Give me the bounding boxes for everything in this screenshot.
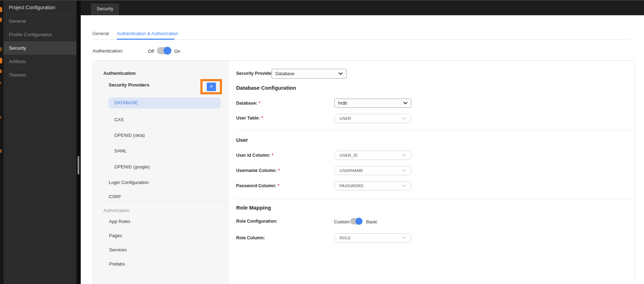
role-column-value: ROLE: [340, 236, 402, 240]
nav-divider: [98, 201, 229, 202]
role-configuration-label: Role Configuration:: [236, 219, 278, 224]
partial-icon: [0, 18, 2, 22]
role-column-select[interactable]: ROLE: [334, 233, 411, 243]
project-configuration-sidebar: Project Configuration General Profile Co…: [4, 0, 76, 284]
chevron-down-icon: [403, 101, 408, 106]
required-asterisk: *: [272, 153, 274, 158]
role-toggle-custom-label: Custom: [334, 219, 350, 224]
partial-icon: [0, 116, 1, 119]
partial-icon: [0, 69, 2, 73]
toggle-on-label: On: [174, 49, 180, 54]
nav-provider-saml[interactable]: SAML: [108, 146, 221, 157]
sidebar-scrollbar-thumb[interactable]: [78, 156, 79, 174]
security-provider-select[interactable]: Database: [272, 69, 347, 79]
role-configuration-toggle[interactable]: [350, 218, 362, 224]
user-id-label-text: User Id Column:: [236, 153, 270, 158]
role-column-label: Role Column:: [236, 235, 265, 240]
required-asterisk: *: [261, 116, 263, 121]
password-column-value: PASSWORD: [340, 184, 402, 188]
password-label-text: Password Column:: [236, 183, 276, 188]
security-settings-panel: Authentication Security Providers + DATA…: [93, 60, 635, 284]
nav-section-authentication: Authentication: [103, 71, 136, 76]
user-table-label-text: User Table:: [236, 116, 260, 121]
active-tab-underline: [117, 39, 175, 40]
user-id-column-value: USER_ID: [340, 153, 402, 157]
partial-icon: [0, 47, 2, 51]
window-top-border: [0, 0, 644, 1]
top-bar: Security: [81, 0, 644, 15]
nav-prefabs[interactable]: Prefabs: [109, 261, 125, 267]
toggle-off-label: Off: [148, 49, 154, 54]
nav-security-providers-label: Security Providers: [109, 82, 149, 88]
chevron-down-icon: [402, 153, 406, 157]
plus-icon: +: [207, 83, 216, 91]
authentication-toggle[interactable]: [157, 47, 171, 54]
tab-authentication-authorization[interactable]: Authentication & Authorization: [117, 31, 178, 36]
user-id-column-label: User Id Column:*: [236, 153, 273, 158]
left-edge-toolbar-strip: [0, 0, 4, 284]
nav-provider-openid-google[interactable]: OPENID (google): [108, 162, 221, 173]
database-configuration-heading: Database Configuration: [236, 85, 296, 91]
chevron-down-icon: [402, 168, 406, 173]
chevron-down-icon: [402, 184, 406, 188]
sidebar-item-profile-configuration[interactable]: Profile Configuration: [4, 28, 76, 41]
database-label: Database:*: [236, 101, 261, 106]
security-provider-value: Database: [275, 71, 338, 76]
tab-general[interactable]: General: [92, 31, 109, 36]
partial-icon: [0, 149, 2, 153]
authentication-label: Authentication:: [93, 48, 123, 54]
chevron-down-icon: [402, 116, 406, 121]
partial-icon: [0, 58, 2, 63]
add-security-provider-button[interactable]: +: [200, 79, 222, 94]
partial-icon: [0, 82, 1, 84]
sidebar-title: Project Configuration: [4, 0, 76, 15]
role-toggle-basic-label: Basic: [366, 219, 377, 224]
section-divider: [236, 130, 631, 131]
username-column-value: USERNAME: [340, 168, 402, 173]
sidebar-item-themes[interactable]: Themes: [4, 68, 76, 82]
topbar-tab-security[interactable]: Security: [91, 4, 119, 15]
nav-section-authorization: Authorization: [103, 208, 129, 213]
user-id-column-select[interactable]: USER_ID: [334, 151, 411, 160]
nav-login-configuration[interactable]: Login Configuration: [109, 180, 149, 185]
username-column-select[interactable]: USERNAME: [334, 166, 411, 175]
section-divider: [236, 199, 631, 199]
role-mapping-heading: Role Mapping: [236, 205, 271, 211]
nav-pages[interactable]: Pages: [109, 233, 122, 238]
user-table-value: USER: [340, 116, 402, 121]
chevron-down-icon: [338, 71, 343, 76]
toggle-knob: [164, 47, 171, 55]
database-value: hrdb: [338, 101, 403, 106]
user-table-select[interactable]: USER: [334, 114, 411, 123]
nav-provider-openid-okta[interactable]: OPENID (okta): [108, 130, 221, 141]
nav-provider-database[interactable]: DATABASE: [108, 98, 221, 108]
password-column-label: Password Column:*: [236, 183, 279, 188]
user-table-label: User Table:*: [236, 116, 263, 121]
sidebar-scrollbar-track: [76, 0, 81, 284]
username-column-label: Username Column:*: [236, 168, 280, 173]
nav-app-roles[interactable]: App Roles: [109, 219, 130, 224]
sidebar-item-general[interactable]: General: [4, 15, 76, 28]
username-label-text: Username Column:: [236, 168, 277, 173]
nav-services[interactable]: Services: [109, 247, 127, 252]
security-nav-panel: Authentication Security Providers + DATA…: [93, 61, 229, 284]
nav-csrf[interactable]: CSRF: [109, 194, 121, 199]
database-label-text: Database:: [236, 101, 257, 106]
required-asterisk: *: [259, 101, 261, 106]
required-asterisk: *: [278, 168, 280, 173]
toggle-knob: [355, 218, 363, 225]
sidebar-item-security[interactable]: Security: [4, 41, 76, 55]
nav-provider-cas[interactable]: CAS: [108, 115, 221, 126]
database-select[interactable]: hrdb: [334, 99, 411, 108]
chevron-down-icon: [402, 236, 406, 240]
sidebar-item-artifacts[interactable]: Artifacts: [4, 55, 76, 68]
user-heading: User: [236, 137, 248, 143]
required-asterisk: *: [278, 183, 279, 188]
partial-icon: [0, 7, 2, 12]
password-column-select[interactable]: PASSWORD: [334, 181, 411, 190]
security-provider-label: Security Provider: [236, 71, 273, 76]
